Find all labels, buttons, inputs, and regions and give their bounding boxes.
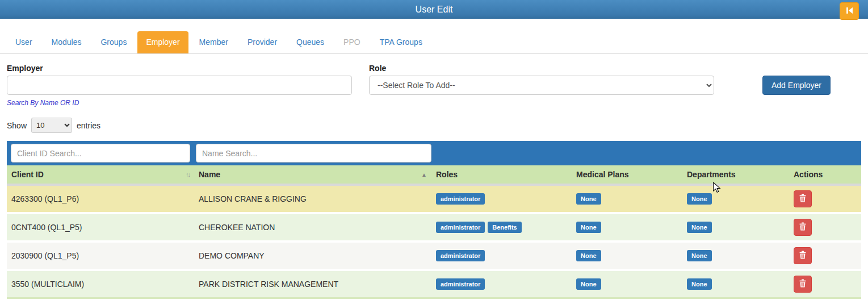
tab-provider[interactable]: Provider — [239, 31, 286, 53]
employer-search-hint: Search By Name OR ID — [7, 99, 352, 107]
employers-table: Client ID ↑↓ Name ▲ Roles Medical Plans — [7, 165, 861, 299]
actions-cell — [789, 241, 861, 270]
value-badge: None — [576, 278, 601, 290]
tab-queues[interactable]: Queues — [288, 31, 333, 53]
table-filter-bar — [7, 141, 861, 165]
name-cell: ALLISON CRANE & RIGGING — [194, 185, 431, 213]
actions-cell — [789, 270, 861, 298]
value-badge: administrator — [436, 222, 485, 233]
delete-employer-button[interactable] — [794, 247, 812, 264]
skip-previous-icon — [846, 6, 853, 16]
value-badge: administrator — [436, 193, 485, 205]
value-badge: None — [576, 250, 601, 261]
column-header-roles: Roles — [431, 165, 572, 185]
table-body: 4263300 (QL1_P6)ALLISON CRANE & RIGGINGa… — [7, 185, 861, 298]
employer-search-input[interactable] — [7, 76, 352, 95]
table-row[interactable]: 4263300 (QL1_P6)ALLISON CRANE & RIGGINGa… — [7, 185, 861, 213]
medical-plans-cell: None — [572, 241, 682, 270]
column-header-medical-plans: Medical Plans — [572, 165, 682, 185]
client-id-cell: 0CNT400 (QL1_P5) — [7, 213, 194, 241]
tab-tpa-groups[interactable]: TPA Groups — [371, 31, 431, 53]
name-cell: DEMO COMPANY — [194, 241, 431, 270]
medical-plans-cell: None — [572, 185, 682, 213]
column-header-departments: Departments — [682, 165, 789, 185]
value-badge: None — [576, 193, 601, 205]
value-badge: None — [687, 250, 712, 261]
medical-plans-cell: None — [572, 270, 682, 298]
add-employer-button[interactable]: Add Employer — [762, 76, 831, 95]
entries-label: entries — [77, 121, 100, 130]
departments-cell: None — [682, 213, 789, 241]
delete-employer-button[interactable] — [794, 276, 812, 293]
delete-employer-button[interactable] — [794, 219, 812, 236]
client-id-cell: 4263300 (QL1_P6) — [7, 185, 194, 213]
name-cell: CHEROKEE NATION — [194, 213, 431, 241]
name-cell: PARK DISTRICT RISK MANAGEMENT — [194, 270, 431, 298]
departments-cell: None — [682, 241, 789, 270]
column-header-client-id[interactable]: Client ID ↑↓ — [7, 165, 194, 185]
role-select[interactable]: --Select Role To Add-- — [369, 76, 714, 95]
page-title: User Edit — [416, 5, 453, 15]
trash-icon — [799, 222, 807, 232]
medical-plans-header-label: Medical Plans — [576, 170, 629, 179]
value-badge: Benefits — [488, 222, 521, 233]
actions-cell — [789, 185, 861, 213]
sort-ascending-icon: ▲ — [421, 172, 427, 178]
client-id-cell: 3550 (MULTICLAIM) — [7, 270, 194, 298]
tab-user[interactable]: User — [7, 31, 41, 53]
tab-member[interactable]: Member — [191, 31, 237, 53]
client-id-search-input[interactable] — [11, 144, 190, 163]
value-badge: None — [687, 193, 712, 205]
table-row[interactable]: 3550 (MULTICLAIM)PARK DISTRICT RISK MANA… — [7, 270, 861, 298]
show-label: Show — [7, 121, 27, 130]
value-badge: administrator — [436, 278, 485, 290]
employer-label: Employer — [7, 64, 352, 73]
client-id-header-label: Client ID — [11, 170, 44, 179]
roles-cell: administrator — [431, 270, 572, 298]
role-field-group: Role --Select Role To Add-- — [369, 64, 714, 95]
value-badge: administrator — [436, 250, 485, 261]
roles-cell: administratorBenefits — [431, 213, 572, 241]
tab-bar: User Modules Groups Employer Member Prov… — [0, 31, 868, 54]
column-header-name[interactable]: Name ▲ — [194, 165, 431, 185]
value-badge: None — [576, 222, 601, 233]
actions-cell — [789, 213, 861, 241]
trash-icon — [799, 194, 807, 204]
value-badge: None — [687, 278, 712, 290]
table-header-row: Client ID ↑↓ Name ▲ Roles Medical Plans — [7, 165, 861, 185]
tab-groups[interactable]: Groups — [92, 31, 135, 53]
roles-cell: administrator — [431, 241, 572, 270]
employer-field-group: Employer Search By Name OR ID — [7, 64, 352, 107]
role-label: Role — [369, 64, 714, 73]
page-length-select[interactable]: 10 — [31, 118, 72, 133]
departments-cell: None — [682, 270, 789, 298]
actions-header-label: Actions — [794, 170, 823, 179]
name-search-input[interactable] — [196, 144, 431, 163]
table-row[interactable]: 2030900 (QL1_P5)DEMO COMPANYadministrato… — [7, 241, 861, 270]
value-badge: None — [687, 222, 712, 233]
page-header: User Edit — [0, 0, 868, 19]
trash-icon — [799, 279, 807, 289]
employers-table-section: Client ID ↑↓ Name ▲ Roles Medical Plans — [7, 141, 861, 304]
departments-cell: None — [682, 185, 789, 213]
collapse-panel-button[interactable] — [840, 2, 859, 20]
tab-employer[interactable]: Employer — [137, 31, 188, 53]
client-id-cell: 2030900 (QL1_P5) — [7, 241, 194, 270]
user-edit-page: User Edit User Modules Groups Employer M… — [0, 0, 868, 304]
show-entries-control: Show 10 entries — [0, 118, 868, 133]
roles-cell: administrator — [431, 185, 572, 213]
tab-ppo: PPO — [335, 31, 369, 53]
departments-header-label: Departments — [687, 170, 736, 179]
tab-modules[interactable]: Modules — [43, 31, 90, 53]
delete-employer-button[interactable] — [794, 190, 812, 207]
medical-plans-cell: None — [572, 213, 682, 241]
sort-unsorted-icon: ↑↓ — [186, 171, 190, 178]
column-header-actions: Actions — [789, 165, 861, 185]
trash-icon — [799, 251, 807, 261]
name-header-label: Name — [199, 170, 220, 179]
table-row[interactable]: 0CNT400 (QL1_P5)CHEROKEE NATIONadministr… — [7, 213, 861, 241]
add-employer-form: Employer Search By Name OR ID Role --Sel… — [0, 54, 868, 107]
roles-header-label: Roles — [436, 170, 458, 179]
